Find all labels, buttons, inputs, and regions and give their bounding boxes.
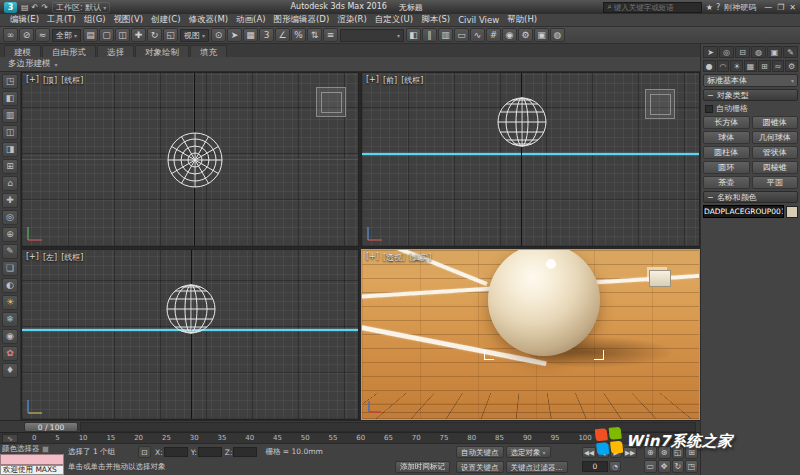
zoom-icon[interactable]: ⊕	[644, 446, 657, 459]
viewport-menu-view[interactable]: [透视]	[383, 252, 405, 263]
viewport-menu-plus[interactable]: [+]	[366, 252, 379, 263]
object-color-swatch[interactable]	[786, 206, 798, 218]
rendered-frame-icon[interactable]: ▣	[534, 28, 549, 42]
sphere-object-left-view[interactable]	[166, 284, 216, 334]
macro-recorder-field[interactable]	[0, 454, 64, 465]
left-tool-icon-3[interactable]: ▥	[2, 108, 18, 123]
select-and-scale-icon[interactable]: ◱	[163, 28, 178, 42]
create-tab-icon[interactable]: ➤	[703, 46, 718, 58]
time-slider-handle[interactable]: 0 / 100	[24, 422, 78, 432]
unlink-selection-icon[interactable]: ⊘	[19, 28, 34, 42]
left-tool-icon-12[interactable]: ❏	[2, 261, 18, 276]
left-tool-icon-1[interactable]: ◳	[2, 74, 18, 89]
zoom-extents-icon[interactable]: ◱	[672, 446, 685, 459]
maximize-button[interactable]: ❐	[777, 3, 784, 12]
menu-item[interactable]: 组(G)	[80, 14, 110, 26]
polygon-modeling-panel[interactable]: 多边形建模	[8, 58, 51, 70]
viewport-menu-shading[interactable]: [真实]	[409, 252, 431, 263]
maximize-viewport-icon[interactable]: ◳	[685, 460, 698, 473]
left-tool-icon-14[interactable]: ☀	[2, 295, 18, 310]
motion-tab-icon[interactable]: ◍	[751, 46, 766, 58]
left-tool-icon-5[interactable]: ◨	[2, 142, 18, 157]
frame-ruler[interactable]: 0510152025303540455055606570758085909510…	[24, 434, 600, 442]
coordinate-field[interactable]	[164, 447, 188, 457]
percent-snap-icon[interactable]: %	[291, 28, 306, 42]
time-configuration-button[interactable]: ◔	[609, 461, 621, 472]
curve-editor-icon[interactable]: ∿	[470, 28, 485, 42]
time-slider-track[interactable]	[80, 422, 696, 432]
primitive-button[interactable]: 平面	[752, 176, 799, 189]
workspace-selector[interactable]: 工作区: 默认▾	[52, 2, 110, 13]
align-icon[interactable]: ∥	[422, 28, 437, 42]
left-tool-icon-2[interactable]: ◧	[2, 91, 18, 106]
menu-item[interactable]: 图形编辑器(D)	[270, 14, 334, 26]
viewport-menu-shading[interactable]: [线框]	[61, 252, 83, 263]
selection-lock-toggle[interactable]: ⊡	[138, 446, 151, 458]
systems-icon[interactable]: ⚙	[785, 60, 798, 72]
primitive-button[interactable]: 管状体	[752, 146, 799, 159]
application-menu-button[interactable]: 3	[4, 2, 17, 13]
render-production-icon[interactable]: ◍	[550, 28, 565, 42]
undo-icon[interactable]: ↶	[32, 3, 39, 12]
viewport-menu-shading[interactable]: [线框]	[401, 75, 423, 86]
viewport-menu-plus[interactable]: [+]	[26, 75, 39, 86]
favorites-star-icon[interactable]: ★	[706, 3, 713, 12]
mirror-icon[interactable]: ◧	[406, 28, 421, 42]
menu-item[interactable]: 视图(V)	[110, 14, 147, 26]
selected-filter-dropdown[interactable]: 选定对象▾	[506, 446, 551, 458]
viewcube[interactable]	[645, 89, 675, 119]
snap-toggle-3d-icon[interactable]: 3	[259, 28, 274, 42]
viewport-top[interactable]: [+] [顶] [线框]	[21, 72, 359, 247]
menu-item[interactable]: 自定义(U)	[371, 14, 417, 26]
viewport-menu-plus[interactable]: [+]	[366, 75, 379, 86]
current-frame-field[interactable]: 0	[582, 461, 608, 472]
viewport-menu-view[interactable]: [顶]	[43, 75, 57, 86]
display-tab-icon[interactable]: ▣	[767, 46, 782, 58]
menu-item[interactable]: Civil View	[454, 15, 503, 25]
object-name-field[interactable]: DADPLACEGROUP001	[703, 205, 784, 218]
primitive-button[interactable]: 圆锥体	[752, 116, 799, 129]
material-editor-icon[interactable]: ◉	[502, 28, 517, 42]
left-tool-icon-13[interactable]: ◐	[2, 278, 18, 293]
key-filters-button[interactable]: 关键点过滤器...	[506, 461, 568, 473]
select-by-name-icon[interactable]: ▤	[83, 28, 98, 42]
pan-icon[interactable]: ✥	[658, 460, 671, 473]
set-key-button[interactable]: 设置关键点	[456, 461, 504, 473]
account-name[interactable]: 刚神硬码	[724, 2, 756, 13]
field-of-view-icon[interactable]: ▭	[644, 460, 657, 473]
modify-tab-icon[interactable]: ◎	[719, 46, 734, 58]
keyboard-override-icon[interactable]: ▦	[243, 28, 258, 42]
menu-item[interactable]: 工具(T)	[43, 14, 80, 26]
save-icon[interactable]: ▤	[21, 3, 29, 12]
previous-frame-icon[interactable]: ◀	[597, 447, 609, 458]
spinner-snap-icon[interactable]: ⇅	[307, 28, 322, 42]
name-color-rollout[interactable]: −名称和颜色	[703, 191, 798, 203]
search-box[interactable]: ⌕	[603, 2, 701, 13]
edit-named-sets-icon[interactable]: ≡	[323, 28, 338, 42]
menu-item[interactable]: 修改器(M)	[185, 14, 232, 26]
sphere-object-front-view[interactable]	[497, 97, 547, 147]
ribbon-tab[interactable]: 对象绘制	[135, 45, 189, 57]
color-swatch[interactable]	[42, 446, 49, 453]
hierarchy-tab-icon[interactable]: ⊟	[735, 46, 750, 58]
help-icon[interactable]: ?	[716, 3, 720, 12]
viewport-menu-view[interactable]: [左]	[43, 252, 57, 263]
dummy-box-object[interactable]	[649, 270, 671, 287]
left-tool-icon-10[interactable]: ⊕	[2, 227, 18, 242]
primitive-category-dropdown[interactable]: 标准基本体▾	[703, 74, 798, 87]
helpers-icon[interactable]: ⊞	[758, 60, 771, 72]
ribbon-tab[interactable]: 选择	[97, 45, 134, 57]
select-and-rotate-icon[interactable]: ↻	[147, 28, 162, 42]
primitive-button[interactable]: 茶壶	[703, 176, 750, 189]
left-tool-icon-6[interactable]: ⊞	[2, 159, 18, 174]
zoom-all-icon[interactable]: ⊛	[658, 446, 671, 459]
minimize-button[interactable]: —	[764, 3, 772, 12]
redo-icon[interactable]: ↷	[41, 3, 48, 12]
go-to-start-icon[interactable]: ◀◀	[582, 447, 596, 458]
shapes-icon[interactable]: ◠	[717, 60, 730, 72]
left-tool-icon-16[interactable]: ◉	[2, 329, 18, 344]
space-warps-icon[interactable]: ≈	[772, 60, 785, 72]
primitive-button[interactable]: 球体	[703, 131, 750, 144]
primitive-button[interactable]: 几何球体	[752, 131, 799, 144]
ribbon-tab[interactable]: 建模	[4, 45, 41, 57]
